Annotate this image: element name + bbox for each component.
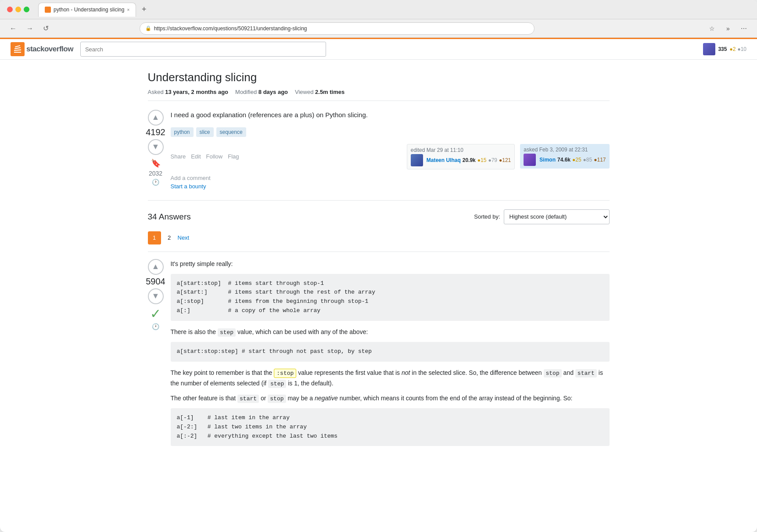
more-menu-button[interactable]: ⋯	[738, 22, 750, 35]
silver-badge-count: ●10	[737, 46, 746, 52]
answer-1: ▲ 5904 ▼ ✓ 🕐 It's pretty simple really: …	[148, 252, 610, 453]
page-1-button[interactable]: 1	[148, 231, 161, 244]
back-button[interactable]: ←	[7, 23, 19, 34]
flag-link[interactable]: Flag	[228, 153, 239, 160]
editor-gold: ●15	[477, 157, 487, 163]
accepted-checkmark: ✓	[150, 306, 161, 321]
close-button[interactable]	[7, 7, 13, 12]
minimize-button[interactable]	[15, 7, 21, 12]
post-signatures: edited Mar 29 at 11:10 Mateen Ulhaq 20.9…	[407, 144, 610, 169]
so-logo-icon	[11, 42, 25, 56]
question-title: Understanding slicing	[148, 70, 610, 85]
active-tab[interactable]: python - Understanding slicing ×	[38, 3, 136, 17]
search-input[interactable]	[80, 42, 326, 57]
answers-count: 34 Answers	[148, 212, 191, 222]
pagination: 1 2 Next	[148, 231, 610, 244]
editor-bronze: ●121	[499, 157, 511, 163]
next-page-button[interactable]: Next	[178, 234, 190, 241]
tag-sequence[interactable]: sequence	[216, 127, 246, 137]
tag-python[interactable]: python	[171, 127, 194, 137]
page-content: Understanding slicing Asked 13 years, 2 …	[137, 60, 620, 473]
user-reputation: 335	[718, 46, 727, 52]
extensions-button[interactable]: »	[722, 22, 734, 35]
user-info: 335 ●2 ●10	[703, 43, 746, 55]
editor-silver: ●79	[488, 157, 497, 163]
answer-code-1: a[start:stop] # items start through stop…	[171, 274, 610, 321]
traffic-lights	[7, 7, 29, 12]
bookmark-count: 2032	[149, 170, 162, 177]
svg-rect-0	[11, 42, 25, 56]
answer-1-body: It's pretty simple really: a[start:stop]…	[171, 259, 610, 453]
tab-title: python - Understanding slicing	[54, 7, 124, 13]
address-bar[interactable]: 🔒 https://stackoverflow.com/questions/50…	[140, 22, 535, 35]
maximize-button[interactable]	[24, 7, 29, 12]
sort-select[interactable]: Highest score (default) Trending (recent…	[504, 209, 610, 224]
edit-link[interactable]: Edit	[191, 153, 201, 160]
sort-label: Sorted by:	[474, 213, 500, 220]
so-logo[interactable]: stackoverflow	[11, 42, 73, 56]
viewed-meta: Viewed 2.5m times	[295, 89, 344, 95]
bookmark-nav-button[interactable]: ☆	[706, 22, 718, 35]
answer-intro: It's pretty simple really:	[171, 259, 610, 270]
add-comment-link[interactable]: Add a comment	[171, 175, 211, 181]
asked-label: asked Feb 3, 2009 at 22:31	[524, 147, 606, 153]
answer-1-text: It's pretty simple really: a[start:stop]…	[171, 259, 610, 446]
so-header: stackoverflow 335 ●2 ●10	[0, 38, 757, 60]
question-post: ▲ 4192 ▼ 🔖 2032 🕐 I need a good explanat…	[148, 110, 610, 190]
answer-1-downvote[interactable]: ▼	[148, 288, 164, 304]
answer-code-3: a[-1] # last item in the array a[-2:] # …	[171, 408, 610, 446]
answer-1-history[interactable]: 🕐	[152, 323, 159, 330]
asker-rep: 74.6k	[557, 157, 570, 163]
question-comments: Add a comment Start a bounty	[171, 175, 610, 190]
step-code: step	[218, 328, 236, 337]
start-code: start	[575, 369, 597, 377]
asked-meta: Asked 13 years, 2 months ago	[148, 89, 229, 95]
editor-name[interactable]: Mateen Ulhaq	[427, 157, 461, 163]
answer-para3: The other feature is that start or stop …	[171, 393, 610, 404]
editor-rep: 20.9k	[463, 157, 476, 163]
question-vote-count: 4192	[146, 127, 165, 137]
answer-1-upvote[interactable]: ▲	[148, 259, 164, 275]
follow-link[interactable]: Follow	[206, 153, 223, 160]
answer-code-2: a[start:stop:step] # start through not p…	[171, 342, 610, 362]
upvote-button[interactable]: ▲	[148, 110, 164, 126]
tag-slice[interactable]: slice	[196, 127, 214, 137]
question-body: I need a good explanation (references ar…	[171, 110, 610, 190]
sort-controls: Sorted by: Highest score (default) Trend…	[474, 209, 609, 224]
page-2-button[interactable]: 2	[163, 231, 176, 244]
share-link[interactable]: Share	[171, 153, 186, 160]
forward-button[interactable]: →	[24, 23, 36, 34]
asker-bronze: ●117	[594, 157, 606, 163]
user-badges: ●2 ●10	[729, 46, 746, 52]
editor-card: edited Mar 29 at 11:10 Mateen Ulhaq 20.9…	[407, 144, 515, 169]
refresh-button[interactable]: ↺	[40, 22, 51, 34]
address-text: https://stackoverflow.com/questions/5092…	[154, 25, 307, 32]
history-button[interactable]: 🕐	[152, 179, 159, 186]
start-bounty-link[interactable]: Start a bounty	[171, 183, 610, 190]
answer-para2: The key point to remember is that the :s…	[171, 368, 610, 389]
question-tags: python slice sequence	[171, 127, 610, 137]
downvote-button[interactable]: ▼	[148, 139, 164, 155]
tab-close-button[interactable]: ×	[127, 7, 129, 12]
bookmark-button[interactable]: 🔖	[151, 158, 161, 168]
question-vote-cell: ▲ 4192 ▼ 🔖 2032 🕐	[148, 110, 164, 190]
svg-rect-1	[14, 52, 21, 53]
stop-code: stop	[544, 369, 562, 377]
stop-code-2: stop	[268, 395, 286, 403]
start-code-2: start	[237, 395, 259, 403]
new-tab-button[interactable]: +	[138, 4, 150, 16]
gold-badge-count: ●2	[729, 46, 735, 52]
answer-1-layout: ▲ 5904 ▼ ✓ 🕐 It's pretty simple really: …	[148, 259, 610, 453]
so-logo-text: stackoverflow	[26, 45, 73, 54]
asker-name[interactable]: Simon	[539, 157, 556, 163]
nav-right: ☆ » ⋯	[706, 22, 750, 35]
asker-card: asked Feb 3, 2009 at 22:31 Simon 74.6k ●…	[520, 144, 609, 169]
edited-label: edited Mar 29 at 11:10	[411, 147, 511, 153]
asker-silver: ●85	[583, 157, 592, 163]
modified-meta: Modified 8 days ago	[235, 89, 288, 95]
answer-step-para: There is also the step value, which can …	[171, 327, 610, 338]
browser-window: python - Understanding slicing × + ← → ↺…	[0, 0, 757, 532]
step-code-2: step	[268, 380, 286, 388]
asker-avatar	[524, 154, 536, 166]
question-meta: Asked 13 years, 2 months ago Modified 8 …	[148, 89, 610, 101]
